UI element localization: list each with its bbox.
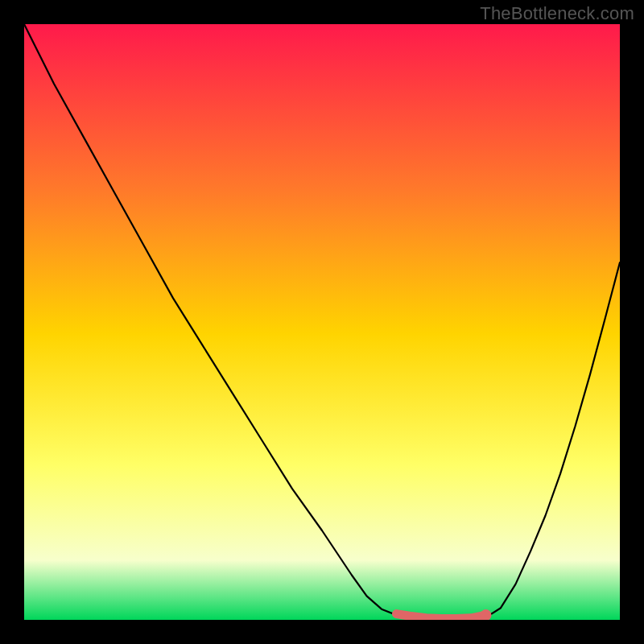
watermark-text: TheBottleneck.com bbox=[480, 3, 634, 24]
plot-svg bbox=[24, 24, 620, 620]
chart-frame: TheBottleneck.com bbox=[0, 0, 644, 644]
optimal-range-marker bbox=[397, 614, 486, 619]
plot-area bbox=[24, 24, 620, 620]
